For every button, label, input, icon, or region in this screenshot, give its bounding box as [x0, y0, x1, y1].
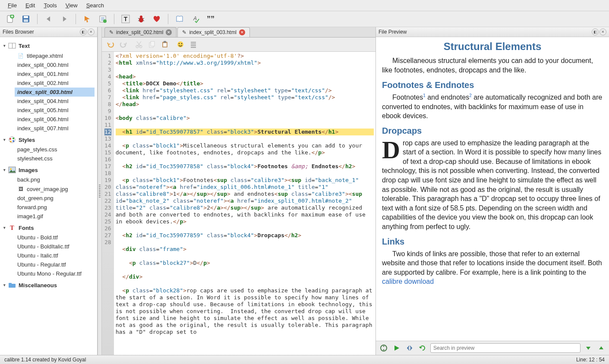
- spellcheck-button[interactable]: A: [189, 13, 201, 25]
- tree-item[interactable]: Ubuntu Mono - Regular.ttf: [15, 269, 95, 278]
- preview-h2-footnotes: Footnotes & Endnotes: [382, 79, 603, 91]
- file-preview-panel: File Preview ◧ ✕ Structural Elements Mis…: [376, 27, 609, 355]
- back-button[interactable]: [43, 13, 55, 25]
- cursor-button[interactable]: [81, 13, 93, 25]
- editor-tab[interactable]: ✎index_split_002.html✕: [104, 27, 177, 37]
- svg-point-17: [13, 138, 14, 139]
- files-browser-header: Files Browser ◧ ✕: [0, 27, 97, 37]
- tree-item[interactable]: index_split_002.html: [15, 78, 95, 88]
- debug-button[interactable]: [135, 13, 147, 25]
- svg-point-21: [10, 168, 12, 170]
- calibre-download-link[interactable]: calibre download: [382, 278, 434, 285]
- svg-rect-24: [9, 283, 12, 285]
- search-prev-button[interactable]: [596, 343, 606, 353]
- copy-button[interactable]: [147, 39, 157, 50]
- menu-edit[interactable]: Edit: [21, 1, 39, 10]
- close-panel-icon[interactable]: ✕: [88, 28, 95, 35]
- menu-file[interactable]: File: [3, 1, 21, 10]
- svg-point-10: [140, 16, 142, 18]
- file-preview-title: File Preview: [379, 29, 407, 35]
- tree-item[interactable]: index_split_006.html: [15, 115, 95, 124]
- list-button[interactable]: [188, 39, 199, 50]
- tree-item[interactable]: index_split_003.html: [15, 88, 95, 97]
- svg-point-18: [13, 140, 14, 142]
- tree-item[interactable]: Ubuntu - Regular.ttf: [15, 260, 95, 269]
- text-section-icon: [8, 42, 16, 49]
- menu-search[interactable]: Search: [82, 1, 108, 10]
- tree-item[interactable]: index_split_001.html: [15, 69, 95, 78]
- misc-section-icon: [8, 282, 16, 289]
- toc-button[interactable]: [97, 13, 109, 25]
- pencil-icon: ✎: [109, 29, 114, 35]
- redo-button[interactable]: [118, 39, 129, 50]
- svg-text:T: T: [10, 225, 14, 231]
- save-button[interactable]: [20, 13, 32, 25]
- split-button[interactable]: [404, 343, 415, 353]
- new-file-button[interactable]: [4, 13, 16, 25]
- svg-text:T: T: [124, 16, 128, 22]
- book-button[interactable]: [174, 13, 186, 25]
- svg-point-32: [177, 41, 183, 47]
- favorite-button[interactable]: [151, 13, 163, 25]
- undo-button[interactable]: [105, 39, 116, 50]
- tree-item[interactable]: 🖼cover_image.jpg: [15, 184, 95, 194]
- tree-item[interactable]: Ubuntu - Bold.ttf: [15, 233, 95, 242]
- svg-point-33: [179, 43, 180, 44]
- close-tab-icon[interactable]: ✕: [166, 29, 172, 35]
- dropcap-letter: D: [382, 138, 403, 160]
- tree-section-fonts[interactable]: ▾TFonts: [3, 223, 95, 233]
- tree-item[interactable]: stylesheet.css: [15, 154, 95, 163]
- splitter[interactable]: [98, 27, 102, 355]
- fonts-section-icon: T: [8, 224, 16, 231]
- undock-preview-icon[interactable]: ◧: [592, 28, 599, 35]
- tree-item[interactable]: 📄titlepage.xhtml: [15, 51, 95, 60]
- search-next-button[interactable]: [583, 343, 593, 353]
- editor-tab[interactable]: ✎index_split_003.html✕: [177, 27, 249, 37]
- menu-tools[interactable]: Tools: [39, 1, 61, 10]
- menu-view[interactable]: View: [61, 1, 82, 10]
- play-button[interactable]: [391, 343, 402, 353]
- tree-section-images[interactable]: ▾Images: [3, 165, 95, 175]
- close-tab-icon[interactable]: ✕: [239, 29, 245, 35]
- statusbar: calibre 1.14 created by Kovid Goyal Line…: [0, 355, 609, 364]
- svg-rect-30: [164, 41, 166, 43]
- forward-button[interactable]: [58, 13, 70, 25]
- svg-rect-14: [12, 43, 13, 48]
- tree-section-text[interactable]: ▾Text: [3, 41, 95, 51]
- svg-point-16: [9, 138, 11, 140]
- files-tree[interactable]: ▾Text📄titlepage.xhtmlindex_split_000.htm…: [0, 37, 97, 355]
- svg-point-6: [103, 19, 107, 23]
- tree-section-miscellaneous[interactable]: ▾Miscellaneous: [3, 280, 95, 290]
- preview-h2-dropcaps: Dropcaps: [382, 125, 603, 137]
- pencil-icon: ✎: [182, 29, 186, 35]
- tree-item[interactable]: index_split_004.html: [15, 97, 95, 106]
- tree-item[interactable]: Ubuntu - Italic.ttf: [15, 251, 95, 260]
- cut-button[interactable]: [134, 39, 144, 50]
- reload-button[interactable]: [417, 343, 428, 353]
- tree-item[interactable]: forward.png: [15, 203, 95, 212]
- tree-item[interactable]: index_split_007.html: [15, 124, 95, 133]
- preview-body[interactable]: Structural Elements Miscellaneous struct…: [376, 37, 609, 341]
- tree-item[interactable]: dot_green.png: [15, 194, 95, 203]
- undock-icon[interactable]: ◧: [80, 28, 87, 35]
- svg-rect-31: [163, 43, 167, 47]
- file-preview-header: File Preview ◧ ✕: [376, 27, 609, 37]
- svg-rect-3: [24, 16, 28, 18]
- code-editor[interactable]: 1234567891011121314151617181920212223242…: [102, 52, 375, 355]
- close-preview-icon[interactable]: ✕: [600, 28, 606, 35]
- text-tool-button[interactable]: T: [120, 13, 132, 25]
- sync-button[interactable]: [379, 343, 389, 353]
- image-icon: 🖼: [17, 185, 24, 192]
- beautify-button[interactable]: [175, 39, 186, 50]
- paste-button[interactable]: [160, 39, 170, 50]
- search-preview-input[interactable]: [430, 343, 581, 353]
- tree-item[interactable]: index_split_000.html: [15, 60, 95, 69]
- tree-section-styles[interactable]: ▾Styles: [3, 135, 95, 145]
- tree-item[interactable]: index_split_005.html: [15, 106, 95, 115]
- tree-item[interactable]: Ubuntu - BoldItalic.ttf: [15, 242, 95, 251]
- preview-h2-links: Links: [382, 236, 603, 248]
- tree-item[interactable]: page_styles.css: [15, 145, 95, 154]
- quote-button[interactable]: ””: [205, 13, 217, 25]
- tree-item[interactable]: back.png: [15, 175, 95, 184]
- tree-item[interactable]: image1.gif: [15, 212, 95, 221]
